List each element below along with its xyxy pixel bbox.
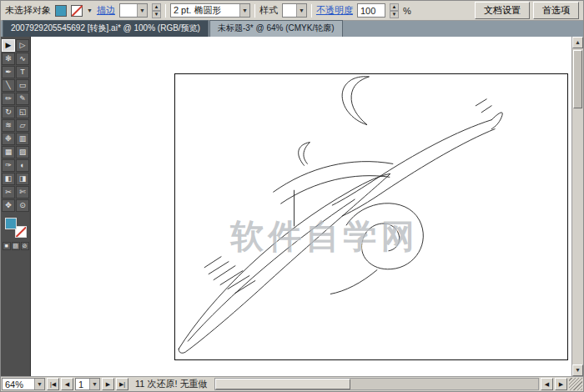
symbol-sprayer-tool[interactable]: ❉ [2, 133, 15, 145]
canvas[interactable]: 软件自学网 [31, 37, 571, 376]
gradient-mode-button[interactable]: ▨ [12, 242, 20, 250]
blend-tool[interactable]: ◐ [16, 159, 29, 172]
mesh-tool[interactable]: ▦ [2, 146, 15, 158]
separator [311, 4, 312, 18]
none-slash-icon [15, 226, 26, 237]
stepper-up-icon[interactable]: ▲ [390, 3, 399, 11]
status-bar: 64% ▼ |◀ ◀ 1 ▼ ▶ ▶| 11 次还原! 无重做 ◀ ▶ [1, 376, 583, 391]
page-number-value: 1 [78, 379, 83, 389]
zoom-tool[interactable]: ⊙ [16, 199, 29, 212]
rotate-tool[interactable]: ↻ [2, 106, 15, 118]
undo-status-text: 11 次还原! 无重做 [135, 378, 208, 390]
next-page-button[interactable]: ▶ [102, 378, 114, 390]
pencil-tool[interactable]: ✎ [16, 93, 29, 105]
chevron-down-icon: ▼ [296, 4, 306, 17]
scroll-right-icon[interactable]: ▶ [555, 378, 567, 390]
none-mode-button[interactable]: ⊘ [21, 242, 29, 250]
scroll-down-icon[interactable]: ▼ [572, 364, 583, 376]
style-label: 样式 [259, 4, 278, 17]
selection-status: 未选择对象 [5, 4, 51, 17]
main-area: ▶▷✻∿✒T╲▭✏✎↻◱≋▱❉▥▦▨✑◐◧◨✂✄✥⊙ ■▨⊘ [1, 37, 583, 376]
zoom-dropdown[interactable]: 64% ▼ [2, 378, 45, 390]
control-bar: 未选择对象 ▼ 描边 ▼ ▲ ▼ 2 pt. 椭圆形 ▼ 样式 ▼ 不透明度 1… [1, 1, 583, 21]
stepper-up-icon[interactable]: ▲ [152, 3, 161, 11]
last-page-button[interactable]: ▶| [116, 378, 128, 390]
zoom-value: 64% [5, 379, 23, 389]
artboard [174, 73, 568, 360]
hand-tool[interactable]: ✥ [2, 199, 15, 212]
color-mode-button[interactable]: ■ [3, 242, 11, 250]
stepper-down-icon[interactable]: ▼ [390, 11, 399, 18]
separator [165, 4, 166, 18]
vertical-scroll-thumb[interactable] [573, 50, 582, 108]
opacity-stepper[interactable]: ▲ ▼ [390, 3, 399, 18]
document-tab-1[interactable]: 2007929205545692 [转换].ai* @ 100% (RGB/预览… [3, 20, 209, 37]
lasso-tool[interactable]: ∿ [16, 53, 29, 65]
type-tool[interactable]: T [16, 66, 29, 78]
stroke-link[interactable]: 描边 [97, 4, 115, 17]
previous-page-button[interactable]: ◀ [61, 378, 73, 390]
live-paint-bucket-tool[interactable]: ◧ [2, 173, 15, 185]
slice-tool[interactable]: ✂ [2, 186, 15, 199]
live-paint-selection-tool[interactable]: ◨ [16, 173, 29, 185]
brush-value: 2 pt. 椭圆形 [174, 4, 221, 17]
pen-tool[interactable]: ✒ [2, 66, 15, 78]
magic-wand-tool[interactable]: ✻ [2, 53, 15, 65]
tool-palette: ▶▷✻∿✒T╲▭✏✎↻◱≋▱❉▥▦▨✑◐◧◨✂✄✥⊙ ■▨⊘ [1, 37, 31, 376]
eyedropper-tool[interactable]: ✑ [2, 159, 15, 172]
direct-selection-tool[interactable]: ▷ [16, 39, 29, 52]
paintbrush-tool[interactable]: ✏ [2, 93, 15, 105]
document-tab-2[interactable]: 未标题-3* @ 64% (CMYK/轮廓) [209, 20, 343, 37]
horizontal-scrollbar[interactable] [214, 378, 539, 390]
resize-grip[interactable] [569, 378, 582, 390]
scroll-left-icon[interactable]: ◀ [541, 378, 553, 390]
rectangle-tool[interactable]: ▭ [16, 79, 29, 92]
scroll-track[interactable] [572, 110, 583, 364]
paint-mode-buttons: ■▨⊘ [3, 242, 29, 250]
opacity-link[interactable]: 不透明度 [316, 4, 353, 17]
opacity-field[interactable]: 100 [357, 3, 385, 18]
chevron-down-icon: ▼ [34, 379, 44, 389]
toolbar-tools: ▶▷✻∿✒T╲▭✏✎↻◱≋▱❉▥▦▨✑◐◧◨✂✄✥⊙ [2, 39, 29, 212]
none-slash-icon [72, 5, 83, 16]
free-transform-tool[interactable]: ▱ [16, 119, 29, 132]
chevron-down-icon: ▼ [239, 4, 249, 17]
fill-stroke-indicator [5, 218, 27, 238]
percent-label: % [403, 6, 411, 16]
stepper-down-icon[interactable]: ▼ [152, 11, 161, 18]
vertical-scrollbar[interactable]: ▲ ▼ [571, 37, 583, 376]
line-segment-tool[interactable]: ╲ [2, 79, 15, 92]
stroke-color-swatch[interactable] [71, 5, 83, 17]
preferences-button[interactable]: 首选项 [533, 2, 579, 19]
opacity-value: 100 [360, 6, 375, 16]
warp-tool[interactable]: ≋ [2, 119, 15, 132]
separator [254, 4, 255, 18]
document-tab-bar: 2007929205545692 [转换].ai* @ 100% (RGB/预览… [1, 21, 583, 37]
page-number-dropdown[interactable]: 1 ▼ [75, 378, 100, 390]
stroke-weight-stepper[interactable]: ▲ ▼ [152, 3, 161, 18]
gradient-tool[interactable]: ▨ [16, 146, 29, 158]
fill-swatch[interactable] [5, 218, 17, 229]
style-dropdown[interactable]: ▼ [282, 3, 307, 18]
fill-color-swatch[interactable] [55, 5, 67, 17]
stroke-swatch[interactable] [15, 226, 27, 238]
chevron-down-icon: ▼ [89, 379, 99, 389]
horizontal-scroll-thumb[interactable] [215, 379, 351, 389]
chevron-down-icon: ▼ [137, 4, 147, 17]
scroll-up-icon[interactable]: ▲ [572, 37, 583, 48]
scale-tool[interactable]: ◱ [16, 106, 29, 118]
document-setup-button[interactable]: 文档设置 [475, 2, 530, 19]
brush-dropdown[interactable]: 2 pt. 椭圆形 ▼ [170, 3, 250, 18]
chevron-down-icon[interactable]: ▼ [87, 8, 93, 13]
artwork-outline [175, 74, 567, 359]
selection-tool[interactable]: ▶ [2, 39, 15, 52]
illustrator-window: 未选择对象 ▼ 描边 ▼ ▲ ▼ 2 pt. 椭圆形 ▼ 样式 ▼ 不透明度 1… [0, 0, 584, 392]
first-page-button[interactable]: |◀ [47, 378, 59, 390]
scissors-tool[interactable]: ✄ [16, 186, 29, 199]
stroke-weight-dropdown[interactable]: ▼ [119, 3, 148, 18]
column-graph-tool[interactable]: ▥ [16, 133, 29, 145]
